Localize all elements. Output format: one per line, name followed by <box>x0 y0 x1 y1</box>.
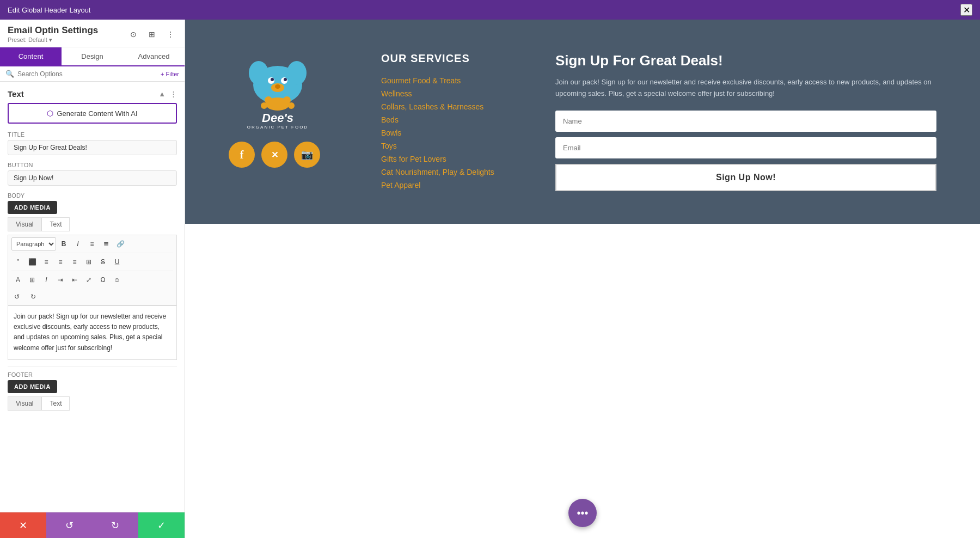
services-title: OUR SERVICES <box>381 52 523 65</box>
underline-btn[interactable]: U <box>111 255 124 268</box>
ai-generate-button[interactable]: ⬡ Generate Content With AI <box>8 103 177 124</box>
layout-icon[interactable]: ⊞ <box>145 28 158 41</box>
save-button[interactable]: ✓ <box>138 512 185 538</box>
title-field-label: Title <box>8 131 177 138</box>
header-icons: ⊙ ⊞ ⋮ <box>127 28 177 41</box>
tab-advanced[interactable]: Advanced <box>123 47 185 65</box>
fab-button[interactable]: ••• <box>568 499 597 527</box>
service-link-2[interactable]: Collars, Leashes & Harnesses <box>381 102 483 111</box>
search-icon: 🔍 <box>5 70 14 78</box>
target-icon[interactable]: ⊙ <box>127 28 140 41</box>
instagram-button[interactable]: 📷 <box>294 142 320 168</box>
svg-point-6 <box>284 78 287 81</box>
section-icons: ▲ ⋮ <box>158 90 177 98</box>
svg-point-12 <box>261 102 267 109</box>
undo-action-button[interactable]: ↺ <box>46 512 93 538</box>
strikethrough-btn[interactable]: S <box>96 255 109 268</box>
service-item-5: Toys <box>381 141 523 151</box>
service-link-8[interactable]: Pet Apparel <box>381 181 420 189</box>
signup-title: Sign Up For Great Deals! <box>555 52 936 69</box>
text-color-btn[interactable]: A <box>11 273 24 286</box>
align-left-btn[interactable]: ⬛ <box>26 255 39 268</box>
svg-point-4 <box>271 78 274 81</box>
logo-container: Dee's ORGANIC PET FOOD <box>229 52 348 131</box>
service-link-0[interactable]: Gourmet Food & Treats <box>381 76 461 85</box>
visual-text-tabs: Visual Text <box>8 217 177 231</box>
paragraph-select[interactable]: Paragraph <box>11 237 56 250</box>
service-link-6[interactable]: Gifts for Pet Lovers <box>381 155 446 163</box>
close-button[interactable]: ✕ <box>960 4 972 16</box>
white-preview: ••• <box>185 224 980 538</box>
footer-visual-text-tabs: Visual Text <box>8 396 177 411</box>
visual-tab[interactable]: Visual <box>8 217 41 231</box>
collapse-icon[interactable]: ▲ <box>158 90 166 98</box>
cancel-button[interactable]: ✕ <box>0 512 46 538</box>
options-icon[interactable]: ⋮ <box>170 90 177 98</box>
main-layout: Email Optin Settings Preset: Default ▾ ⊙… <box>0 20 980 538</box>
signup-body: Join our pack! Sign up for our newslette… <box>555 77 936 100</box>
preview-area: Dee's ORGANIC PET FOOD f ✕ 📷 OUR SERVICE… <box>185 20 980 538</box>
button-field-label: Button <box>8 162 177 168</box>
service-item-4: Bowls <box>381 128 523 138</box>
indent-btn[interactable]: ⇥ <box>54 273 67 286</box>
signup-submit-button[interactable]: Sign Up Now! <box>555 164 936 191</box>
service-link-1[interactable]: Wellness <box>381 89 412 98</box>
footer-add-media-button[interactable]: ADD MEDIA <box>8 380 57 393</box>
table-btn[interactable]: ⊞ <box>82 255 95 268</box>
preview-content: Dee's ORGANIC PET FOOD f ✕ 📷 OUR SERVICE… <box>185 20 980 538</box>
fullscreen-btn[interactable]: ⤢ <box>82 273 95 286</box>
redo-action-button[interactable]: ↻ <box>93 512 139 538</box>
body-editor[interactable]: Join our pack! Sign up for our newslette… <box>8 305 177 360</box>
service-item-0: Gourmet Food & Treats <box>381 76 523 85</box>
more-icon[interactable]: ⋮ <box>164 28 177 41</box>
title-field-input[interactable] <box>8 140 177 155</box>
panel-preset[interactable]: Preset: Default ▾ <box>8 36 98 44</box>
service-link-5[interactable]: Toys <box>381 142 397 150</box>
undo-btn[interactable]: ↺ <box>10 290 23 303</box>
justify-btn[interactable]: ≡ <box>68 255 81 268</box>
service-item-6: Gifts for Pet Lovers <box>381 154 523 164</box>
svg-text:Dee's: Dee's <box>262 111 293 125</box>
italic2-btn[interactable]: I <box>40 273 53 286</box>
align-right-btn[interactable]: ≡ <box>54 255 67 268</box>
action-bar: ✕ ↺ ↻ ✓ <box>0 512 185 538</box>
custom-btn2[interactable]: ⊞ <box>26 273 39 286</box>
italic-btn[interactable]: I <box>71 237 84 250</box>
align-center-btn[interactable]: ≡ <box>40 255 53 268</box>
svg-point-1 <box>249 61 268 85</box>
tab-bar: Content Design Advanced <box>0 47 185 66</box>
search-input[interactable] <box>17 70 157 78</box>
blockquote-btn[interactable]: " <box>11 255 24 268</box>
text-tab[interactable]: Text <box>41 217 70 231</box>
emoji-btn[interactable]: ☺ <box>111 273 124 286</box>
footer-text-tab[interactable]: Text <box>41 396 70 411</box>
link-btn[interactable]: 🔗 <box>114 237 127 250</box>
top-bar: Edit Global Header Layout ✕ <box>0 0 980 20</box>
tab-design[interactable]: Design <box>62 47 123 65</box>
twitter-x-button[interactable]: ✕ <box>261 142 287 168</box>
ai-button-label: Generate Content With AI <box>57 109 137 118</box>
unordered-list-btn[interactable]: ≡ <box>85 237 99 250</box>
service-link-3[interactable]: Beds <box>381 115 399 124</box>
services-list: Gourmet Food & Treats Wellness Collars, … <box>381 76 523 190</box>
footer-services: OUR SERVICES Gourmet Food & Treats Welln… <box>381 52 523 190</box>
outdent-btn[interactable]: ⇤ <box>68 273 81 286</box>
tab-content[interactable]: Content <box>0 47 62 65</box>
add-media-button[interactable]: ADD MEDIA <box>8 201 57 214</box>
button-field-input[interactable] <box>8 170 177 186</box>
facebook-button[interactable]: f <box>229 142 255 168</box>
filter-button[interactable]: + Filter <box>161 71 179 77</box>
search-bar: 🔍 + Filter <box>0 66 185 82</box>
signup-name-input[interactable] <box>555 111 936 132</box>
undo-redo-bar: ↺ ↻ <box>8 289 177 305</box>
panel-content: Text ▲ ⋮ ⬡ Generate Content With AI Titl… <box>0 82 185 512</box>
redo-btn[interactable]: ↻ <box>27 290 40 303</box>
special-char-btn[interactable]: Ω <box>96 273 109 286</box>
service-link-4[interactable]: Bowls <box>381 129 401 137</box>
footer-visual-tab[interactable]: Visual <box>8 396 41 411</box>
text-section-header: Text ▲ ⋮ <box>8 89 177 99</box>
bold-btn[interactable]: B <box>57 237 70 250</box>
signup-email-input[interactable] <box>555 137 936 158</box>
service-link-7[interactable]: Cat Nourishment, Play & Delights <box>381 168 494 176</box>
ordered-list-btn[interactable]: ≣ <box>100 237 113 250</box>
